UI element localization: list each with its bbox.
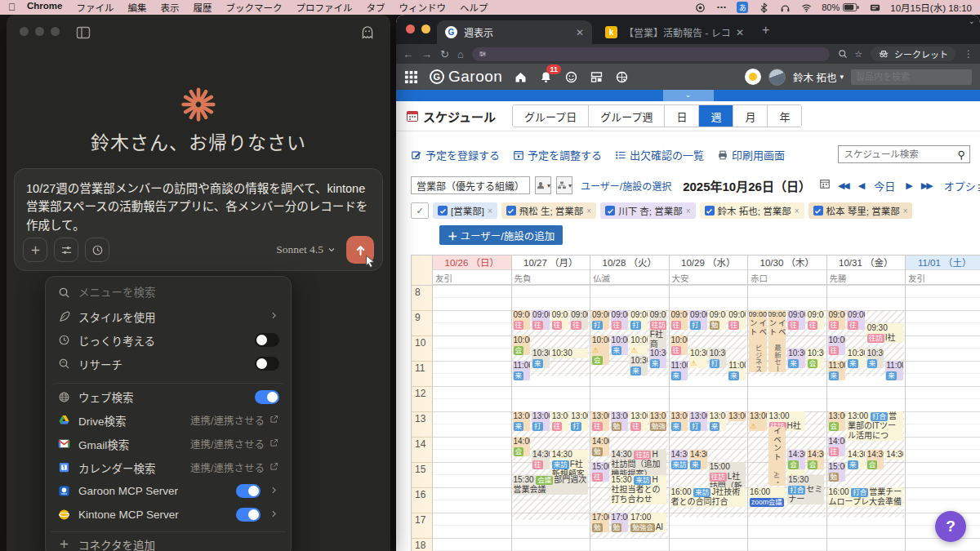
close-window-button[interactable] [20,27,29,36]
view-tab-2[interactable]: 日 [664,105,698,127]
chip-remove-icon[interactable]: × [795,207,800,216]
event[interactable]: 09:00イベントビジネス [749,310,767,372]
toggle-on[interactable] [236,484,261,498]
event[interactable]: 15:30 来訪H社担当者との打ち合わせ [611,475,667,504]
day-body[interactable]: 09:00イベントビジネス09:00イベント最新セー09:00 往09:00 往… [748,285,826,551]
toggle-on[interactable] [255,390,279,404]
zoom-icon[interactable] [838,49,848,59]
user-avatar[interactable] [768,69,786,86]
schedule-search[interactable]: ⚲ [838,145,970,163]
add-connector-button[interactable]: コネクタを追加 [51,531,286,551]
event[interactable]: 15:30 会議部門週次営業会議 [513,475,588,495]
toggle-off[interactable] [255,333,279,347]
event[interactable]: 09:00 往 [847,310,865,330]
event[interactable]: 14:30 [885,450,903,460]
product-search[interactable] [851,69,972,85]
status-egg-icon[interactable] [745,69,761,85]
browser-tab-0[interactable]: G週表示✕ [437,20,592,44]
event[interactable]: 09:00イベント最新セー [768,310,786,372]
event[interactable]: 17:00 勉強会AI [630,513,666,532]
wifi-icon[interactable] [800,2,812,13]
toggle-off[interactable] [255,357,279,371]
menu-item-3[interactable]: ウェブ検索 [51,383,286,408]
event[interactable]: 13:00 打合営業部のITツール活用につ [847,411,903,441]
event[interactable]: 13:00 往 [551,411,569,431]
attach-button[interactable] [23,238,47,262]
event[interactable]: 14:00 会 [513,437,531,456]
menu-item-5[interactable]: Gmail検索連携/連携させる [51,432,286,455]
menubar-item-1[interactable]: ファイル [76,1,114,14]
event[interactable]: 13:00 来 [709,411,727,431]
event[interactable]: 10:30 来 [532,349,550,368]
view-tab-4[interactable]: 月 [733,105,767,127]
event[interactable]: 14:30 会 [807,450,825,469]
menubar-clock[interactable]: 10月15日(水) 18:10 [890,1,972,14]
menubar-item-0[interactable]: Chrome [27,1,62,14]
event[interactable]: 09:00 往 [807,310,825,330]
event[interactable]: 09:00 打 [630,310,648,330]
sidebar-toggle-icon[interactable] [75,24,91,44]
day-body[interactable]: 09:00 往09:00 往09:30 往訪I社10:00 往10:30 来10… [827,285,906,551]
checkbox-checked-icon[interactable] [438,206,448,216]
history-button[interactable] [85,238,109,262]
traffic-lights[interactable] [20,27,60,36]
event[interactable]: 10:30 来 [847,349,865,368]
select-all-checkbox[interactable]: ✓ [411,202,429,219]
minimize-window-button[interactable] [421,24,430,33]
headphones-icon[interactable] [779,2,791,13]
reload-button[interactable]: ↻ [440,49,449,60]
member-chip-2[interactable]: 川下 杏; 営業部× [600,202,695,219]
action-link-1[interactable]: 予定を調整する [513,147,602,162]
menubar-item-3[interactable]: 表示 [160,1,179,14]
tab-close-icon[interactable]: ✕ [736,27,744,38]
event[interactable]: 16:00 打合営業チームロープレ大会準備 [828,487,903,507]
incognito-badge[interactable]: シークレット [871,47,956,61]
menu-search-input[interactable] [78,287,242,299]
event[interactable]: 14:30 会 [866,450,884,469]
event[interactable]: 11:00 来 [513,361,531,380]
event[interactable]: 10:00 ⚠ [630,335,648,355]
event[interactable]: 13:00 往 [591,411,609,431]
event[interactable]: 11:00 来 [828,361,846,380]
header-collapse-tab[interactable]: ⌄ [663,90,714,101]
view-tab-0[interactable]: グループ日 [513,105,588,127]
schedule-search-input[interactable] [839,149,953,159]
event[interactable]: 10:30 ⚠ [689,349,707,368]
event[interactable]: 09:00 打 [689,310,707,330]
event[interactable]: 10:30 会 [807,349,825,368]
event[interactable]: 16:00 来訪J社技術者との合同打合 [670,487,746,507]
event[interactable]: 13:00 打 [689,411,707,431]
add-user-facility-button[interactable]: ＋ ユーザー/施設の追加 [439,225,563,245]
tools-sliders-button[interactable] [54,238,78,262]
day-body[interactable]: 09:00 往09:00 打09:00 勉09:00 往10:00 往10:30… [670,285,748,551]
event[interactable]: 09:00 往 [513,310,531,330]
event[interactable]: 10:30 打 [709,349,727,368]
menubar-item-7[interactable]: タブ [366,1,385,14]
event[interactable]: 13:00 来 [670,411,688,431]
menu-item-6[interactable]: カレンダー検索連携/連携させる [51,455,286,479]
site-settings-icon[interactable] [479,50,487,58]
notifications-bell-icon[interactable]: 11 [539,70,553,84]
event[interactable]: 10:30 来 [649,349,667,368]
chip-remove-icon[interactable]: × [586,207,591,216]
date-picker-icon[interactable] [819,178,831,193]
event[interactable]: 13:00 ⚠ [749,411,767,431]
checkbox-checked-icon[interactable] [506,206,516,216]
user-picker-button[interactable]: ▾ [535,176,551,194]
event[interactable]: 10:30 来 [866,349,884,368]
event[interactable]: 09:00 往 [828,310,846,330]
event[interactable]: 14:30 往 [532,450,550,469]
event[interactable]: 11:00 来 [728,361,746,380]
action-link-2[interactable]: 出欠確認の一覧 [615,147,704,162]
connect-link[interactable]: 連携/連携させる [190,460,279,475]
chip-remove-icon[interactable]: × [686,207,691,216]
zoom-window-button[interactable] [51,27,60,36]
input-source-icon[interactable]: あ [737,2,748,13]
day-body[interactable] [433,285,511,551]
prev-week-button[interactable]: ◀ [858,180,863,191]
address-bar[interactable] [472,47,830,61]
event[interactable]: 13:00 往 [630,411,648,431]
search-icon[interactable]: ⚲ [953,149,969,161]
next-week-fast-button[interactable]: ▶▶ [921,180,932,191]
model-selector[interactable]: Sonnet 4.5 [276,243,336,256]
